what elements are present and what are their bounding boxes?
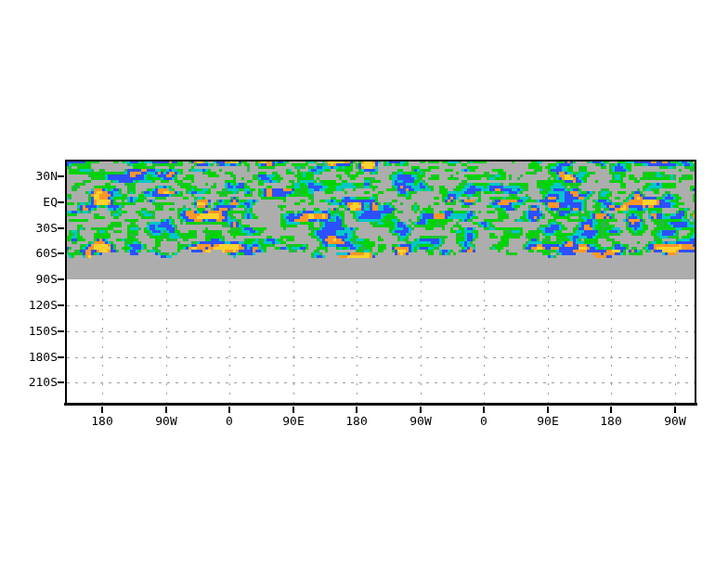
- plot-canvas: [0, 0, 728, 568]
- figure-page: 30NEQ30S60S90S120S150S180S210S 18090W090…: [0, 0, 728, 568]
